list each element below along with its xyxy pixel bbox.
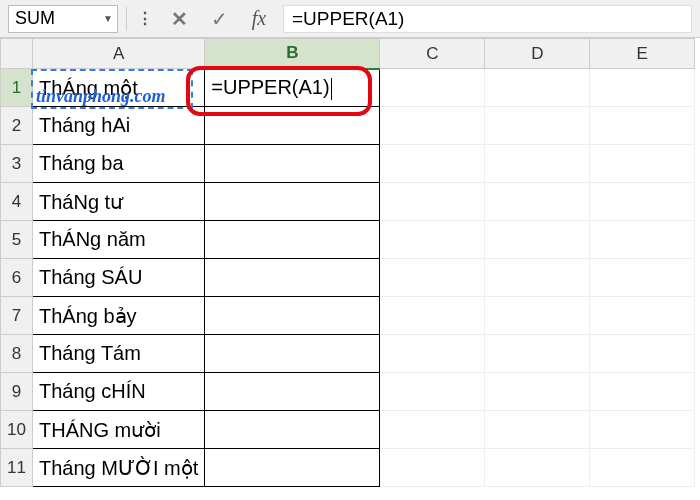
- cell-E5[interactable]: [590, 221, 695, 259]
- formula-input[interactable]: =UPPER(A1): [283, 5, 692, 33]
- cell-E9[interactable]: [590, 373, 695, 411]
- row-3: 3Tháng ba: [1, 145, 695, 183]
- cell-B2[interactable]: [205, 107, 380, 145]
- cell-A8[interactable]: Tháng Tám: [33, 335, 205, 373]
- cell-E10[interactable]: [590, 411, 695, 449]
- cell-E2[interactable]: [590, 107, 695, 145]
- cell-D4[interactable]: [485, 183, 590, 221]
- col-header-E[interactable]: E: [590, 39, 695, 69]
- cell-D6[interactable]: [485, 259, 590, 297]
- col-header-A[interactable]: A: [33, 39, 205, 69]
- row-header-2[interactable]: 2: [1, 107, 33, 145]
- cell-B4[interactable]: [205, 183, 380, 221]
- cell-C10[interactable]: [380, 411, 485, 449]
- cell-E11[interactable]: [590, 449, 695, 487]
- col-header-B[interactable]: B: [205, 39, 380, 69]
- cell-E6[interactable]: [590, 259, 695, 297]
- row-header-10[interactable]: 10: [1, 411, 33, 449]
- select-all-corner[interactable]: [1, 39, 33, 69]
- row-header-1[interactable]: 1: [1, 69, 33, 107]
- cell-D9[interactable]: [485, 373, 590, 411]
- col-header-C[interactable]: C: [380, 39, 485, 69]
- cell-A10[interactable]: THÁNG mười: [33, 411, 205, 449]
- cell-B6[interactable]: [205, 259, 380, 297]
- cancel-icon[interactable]: ✕: [163, 5, 195, 33]
- row-header-8[interactable]: 8: [1, 335, 33, 373]
- cell-D1[interactable]: [485, 69, 590, 107]
- cell-A6[interactable]: Tháng SÁU: [33, 259, 205, 297]
- row-header-9[interactable]: 9: [1, 373, 33, 411]
- cell-E3[interactable]: [590, 145, 695, 183]
- watermark-text: tinvanphong.com: [36, 86, 166, 107]
- cell-E7[interactable]: [590, 297, 695, 335]
- text-cursor: [331, 78, 332, 100]
- row-8: 8Tháng Tám: [1, 335, 695, 373]
- cell-A4[interactable]: TháNg tư: [33, 183, 205, 221]
- cell-C1[interactable]: [380, 69, 485, 107]
- expand-icon[interactable]: ⋮: [135, 9, 155, 28]
- cell-B8[interactable]: [205, 335, 380, 373]
- cell-C3[interactable]: [380, 145, 485, 183]
- cell-C11[interactable]: [380, 449, 485, 487]
- col-header-D[interactable]: D: [485, 39, 590, 69]
- cell-B3[interactable]: [205, 145, 380, 183]
- row-5: 5ThÁNg năm: [1, 221, 695, 259]
- formula-bar: SUM ▼ ⋮ ✕ ✓ fx =UPPER(A1): [0, 0, 700, 38]
- row-header-4[interactable]: 4: [1, 183, 33, 221]
- cell-D3[interactable]: [485, 145, 590, 183]
- row-9: 9Tháng cHÍN: [1, 373, 695, 411]
- row-6: 6Tháng SÁU: [1, 259, 695, 297]
- row-header-3[interactable]: 3: [1, 145, 33, 183]
- cell-D5[interactable]: [485, 221, 590, 259]
- cell-B1[interactable]: =UPPER(A1): [205, 69, 380, 107]
- row-2: 2Tháng hAi: [1, 107, 695, 145]
- formula-text: =UPPER(A1): [292, 8, 404, 30]
- row-10: 10THÁNG mười: [1, 411, 695, 449]
- cell-E1[interactable]: [590, 69, 695, 107]
- cell-B9[interactable]: [205, 373, 380, 411]
- name-box[interactable]: SUM ▼: [8, 5, 118, 33]
- row-11: 11Tháng MƯỜI một: [1, 449, 695, 487]
- editing-text: =UPPER(A1): [211, 76, 329, 98]
- row-header-5[interactable]: 5: [1, 221, 33, 259]
- cell-D7[interactable]: [485, 297, 590, 335]
- cell-B7[interactable]: [205, 297, 380, 335]
- cell-C5[interactable]: [380, 221, 485, 259]
- name-box-dropdown-icon[interactable]: ▼: [103, 13, 113, 24]
- cell-A9[interactable]: Tháng cHÍN: [33, 373, 205, 411]
- row-7: 7ThÁng bảy: [1, 297, 695, 335]
- row-header-11[interactable]: 11: [1, 449, 33, 487]
- name-box-value: SUM: [15, 8, 55, 29]
- column-header-row: A B C D E: [1, 39, 695, 69]
- separator: [126, 7, 127, 31]
- cell-B10[interactable]: [205, 411, 380, 449]
- cell-A5[interactable]: ThÁNg năm: [33, 221, 205, 259]
- cell-C6[interactable]: [380, 259, 485, 297]
- cell-D11[interactable]: [485, 449, 590, 487]
- row-4: 4TháNg tư: [1, 183, 695, 221]
- row-header-6[interactable]: 6: [1, 259, 33, 297]
- fx-icon[interactable]: fx: [243, 5, 275, 33]
- cell-A11[interactable]: Tháng MƯỜI một: [33, 449, 205, 487]
- spreadsheet-area: tinvanphong.com A B C D E 1ThÁng một=UPP…: [0, 38, 700, 487]
- cell-C8[interactable]: [380, 335, 485, 373]
- cell-A7[interactable]: ThÁng bảy: [33, 297, 205, 335]
- cell-B5[interactable]: [205, 221, 380, 259]
- cell-C2[interactable]: [380, 107, 485, 145]
- row-header-7[interactable]: 7: [1, 297, 33, 335]
- cell-E4[interactable]: [590, 183, 695, 221]
- enter-icon[interactable]: ✓: [203, 5, 235, 33]
- cell-C4[interactable]: [380, 183, 485, 221]
- cell-D2[interactable]: [485, 107, 590, 145]
- cell-A2[interactable]: Tháng hAi: [33, 107, 205, 145]
- cell-A3[interactable]: Tháng ba: [33, 145, 205, 183]
- cell-B11[interactable]: [205, 449, 380, 487]
- cell-E8[interactable]: [590, 335, 695, 373]
- cell-C9[interactable]: [380, 373, 485, 411]
- cell-D8[interactable]: [485, 335, 590, 373]
- cell-C7[interactable]: [380, 297, 485, 335]
- cell-D10[interactable]: [485, 411, 590, 449]
